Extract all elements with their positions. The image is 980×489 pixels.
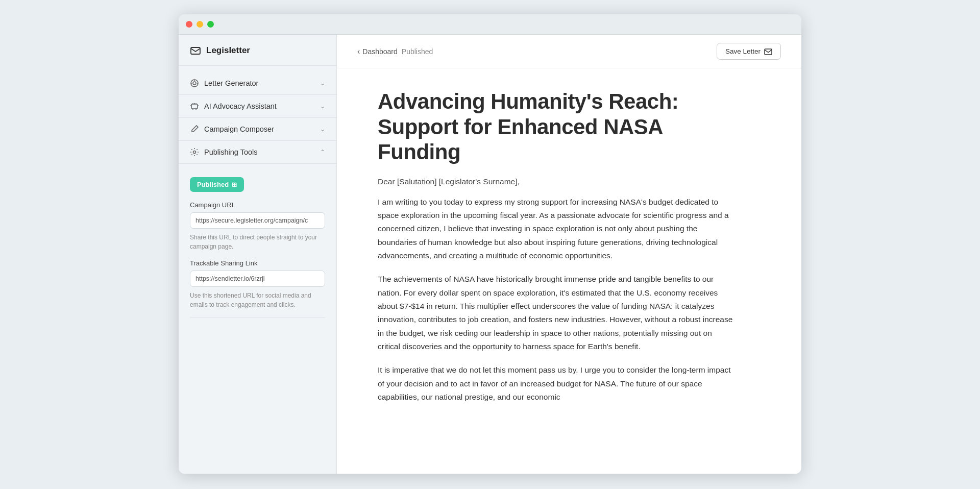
pencil-icon bbox=[190, 125, 199, 134]
breadcrumb-current: Published bbox=[402, 47, 433, 56]
trackable-link-hint: Use this shortened URL for social media … bbox=[190, 291, 325, 309]
svg-rect-16 bbox=[765, 49, 772, 55]
svg-point-15 bbox=[193, 151, 196, 154]
letter-para-2: The achievements of NASA have historical… bbox=[378, 273, 735, 353]
sidebar-divider bbox=[190, 317, 325, 318]
svg-point-2 bbox=[193, 82, 196, 85]
app-window: Legisletter Letter G bbox=[179, 14, 801, 474]
campaign-url-hint: Share this URL to direct people straight… bbox=[190, 233, 325, 251]
campaign-url-input[interactable] bbox=[190, 212, 325, 229]
sidebar-item-publishing-tools[interactable]: Publishing Tools ⌃ bbox=[179, 141, 336, 164]
sidebar-item-ai-advocacy[interactable]: AI Advocacy Assistant ⌄ bbox=[179, 95, 336, 118]
sidebar-logo: Legisletter bbox=[179, 35, 336, 66]
letter-gen-label: Letter Generator bbox=[204, 79, 258, 87]
save-letter-label: Save Letter bbox=[725, 47, 761, 55]
ai-advocacy-label: AI Advocacy Assistant bbox=[204, 102, 277, 110]
chevron-left-icon: ‹ bbox=[357, 47, 360, 56]
main-header: ‹ Dashboard Published Save Letter bbox=[337, 35, 801, 68]
svg-rect-7 bbox=[191, 104, 198, 109]
breadcrumb: ‹ Dashboard Published bbox=[357, 47, 433, 56]
letter-body: Advancing Humanity's Reach: Support for … bbox=[337, 68, 776, 445]
published-badge[interactable]: Published ⊞ bbox=[190, 177, 244, 192]
sidebar-nav: Letter Generator ⌄ bbox=[179, 66, 336, 170]
trackable-link-input[interactable] bbox=[190, 271, 325, 287]
dashboard-label: Dashboard bbox=[362, 47, 398, 56]
letter-para-1: I am writing to you today to express my … bbox=[378, 195, 735, 263]
campaign-composer-label: Campaign Composer bbox=[204, 125, 274, 133]
campaign-url-label: Campaign URL bbox=[190, 201, 325, 209]
app-body: Legisletter Letter G bbox=[179, 35, 801, 474]
sidebar-item-letter-generator[interactable]: Letter Generator ⌄ bbox=[179, 72, 336, 95]
trackable-link-label: Trackable Sharing Link bbox=[190, 259, 325, 267]
published-badge-label: Published bbox=[197, 181, 229, 188]
sidebar: Legisletter Letter G bbox=[179, 35, 337, 474]
close-dot[interactable] bbox=[186, 21, 192, 28]
chevron-down-icon-3: ⌄ bbox=[320, 126, 325, 133]
letter-para-3: It is imperative that we do not let this… bbox=[378, 363, 735, 404]
chevron-down-icon: ⌄ bbox=[320, 80, 325, 87]
svg-rect-0 bbox=[191, 47, 200, 54]
gear-icon bbox=[190, 148, 199, 157]
minimize-dot[interactable] bbox=[197, 21, 203, 28]
maximize-dot[interactable] bbox=[207, 21, 214, 28]
dashboard-back-button[interactable]: ‹ Dashboard bbox=[357, 47, 398, 56]
svg-point-1 bbox=[191, 80, 198, 87]
grid-icon: ⊞ bbox=[232, 181, 237, 188]
logo-text: Legisletter bbox=[206, 45, 250, 56]
publishing-tools-label: Publishing Tools bbox=[204, 148, 258, 156]
chevron-up-icon: ⌃ bbox=[320, 149, 325, 156]
chevron-down-icon-2: ⌄ bbox=[320, 103, 325, 110]
mail-icon bbox=[190, 45, 201, 56]
save-letter-button[interactable]: Save Letter bbox=[717, 43, 781, 60]
main-content: ‹ Dashboard Published Save Letter Advanc… bbox=[337, 35, 801, 474]
titlebar bbox=[179, 14, 801, 35]
letter-title: Advancing Humanity's Reach: Support for … bbox=[378, 89, 735, 165]
letter-salutation: Dear [Salutation] [Legislator's Surname]… bbox=[378, 177, 735, 186]
envelope-icon bbox=[764, 48, 772, 55]
sidebar-item-campaign-composer[interactable]: Campaign Composer ⌄ bbox=[179, 118, 336, 141]
publishing-tools-section: Published ⊞ Campaign URL Share this URL … bbox=[179, 170, 336, 323]
ai-icon bbox=[190, 102, 199, 111]
letter-gen-icon bbox=[190, 79, 199, 88]
